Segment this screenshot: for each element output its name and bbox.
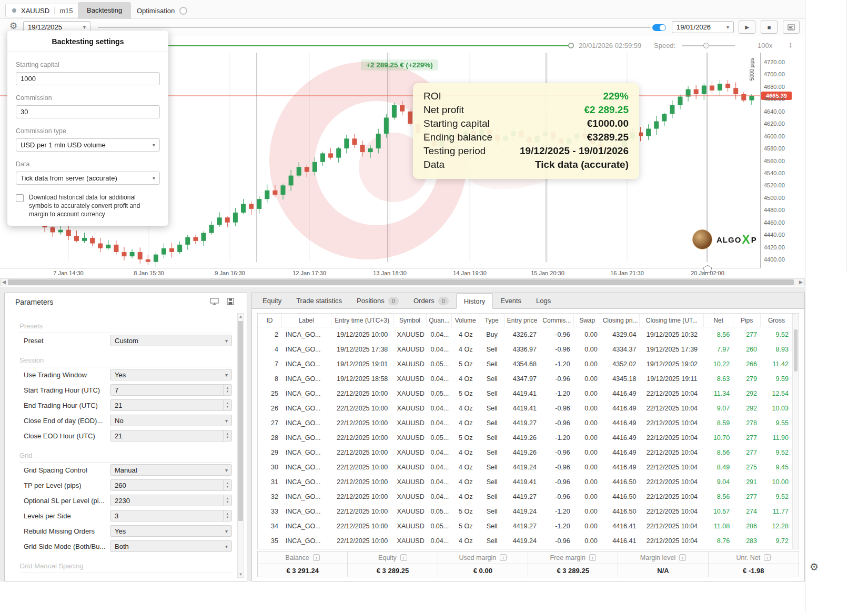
column-header[interactable]: Swap [574, 314, 601, 327]
save-icon[interactable] [227, 298, 234, 305]
history-row[interactable]: 29INCA_GO...22/12/2025 10:00XAUUSD0.04..… [258, 445, 792, 460]
symbol-timeframe-selector[interactable]: XAUUSD m15 [5, 4, 79, 17]
parameter-row: Use Trading WindowYes▾ [19, 367, 232, 383]
info-icon[interactable]: i [679, 554, 686, 561]
column-header[interactable]: Pips [733, 314, 761, 327]
scrollbar-thumb[interactable] [794, 329, 798, 372]
tab-events[interactable]: Events [493, 293, 529, 308]
table-cell: XAUUSD [393, 434, 427, 442]
column-header[interactable]: Entry time (UTC+3) [331, 314, 393, 327]
tab-trade-statistics[interactable]: Trade statistics [289, 293, 349, 308]
stepper-arrows-icon[interactable]: ▲▼ [223, 430, 231, 441]
parameter-value: 21 [110, 402, 223, 409]
stepper-arrows-icon[interactable]: ▲▼ [223, 510, 231, 521]
info-icon[interactable]: i [313, 554, 320, 561]
history-row[interactable]: 26INCA_GO...22/12/2025 10:00XAUUSD0.04..… [258, 401, 792, 416]
tab-equity[interactable]: Equity [255, 293, 289, 308]
tab-backtesting[interactable]: Backtesting [78, 2, 131, 19]
commission-type-select[interactable]: USD per 1 mln USD volume ▾ [16, 138, 160, 152]
end-date-select[interactable]: 19/01/2026 ▾ [672, 21, 734, 33]
gear-icon[interactable]: ⚙ [810, 561, 819, 573]
scrollbar-thumb[interactable] [238, 321, 243, 521]
column-header[interactable]: Entry price [504, 314, 540, 327]
column-header[interactable]: Label [282, 314, 331, 327]
info-icon[interactable]: i [500, 554, 507, 561]
column-header[interactable]: Gross [761, 314, 792, 327]
history-row[interactable]: 27INCA_GO...22/12/2025 10:00XAUUSD0.04..… [258, 416, 792, 430]
starting-capital-input[interactable]: 1000 [16, 72, 160, 85]
chart-horizontal-scrollbar[interactable]: ◀ ▶ [0, 278, 805, 286]
info-icon[interactable]: i [400, 554, 407, 561]
history-row[interactable]: 35INCA_GO...22/12/2025 10:00XAUUSD0.04..… [258, 534, 792, 548]
column-header[interactable]: Closing time (UT... [640, 314, 704, 327]
table-cell: INCA_GO... [282, 464, 331, 471]
stepper-arrows-icon[interactable]: ▲▼ [223, 495, 231, 506]
parameter-select[interactable]: Yes▾ [110, 369, 232, 380]
tab-optimisation[interactable]: Optimisation [129, 2, 195, 19]
gear-icon[interactable]: ⚙ [9, 21, 17, 32]
speed-slider-handle[interactable] [703, 43, 709, 48]
history-row[interactable]: 34INCA_GO...22/12/2025 10:00XAUUSD0.05..… [258, 519, 792, 534]
history-row[interactable]: 32INCA_GO...22/12/2025 10:00XAUUSD0.04..… [258, 489, 792, 504]
scrollbar-thumb[interactable] [8, 279, 794, 285]
history-table-scrollbar[interactable] [792, 314, 799, 549]
status-label: Equityi [348, 551, 438, 564]
stepper-arrows-icon[interactable]: ▲▼ [223, 385, 231, 395]
report-button[interactable] [783, 21, 800, 34]
info-icon[interactable]: i [589, 554, 596, 561]
parameter-select[interactable]: Yes▾ [110, 525, 232, 537]
history-row[interactable]: 30INCA_GO...22/12/2025 10:00XAUUSD0.04..… [258, 460, 792, 475]
history-row[interactable]: 7INCA_GO...19/12/2025 19:01XAUUSD0.05...… [258, 357, 792, 372]
parameter-select[interactable]: Both▾ [110, 540, 232, 552]
tab-history[interactable]: History [456, 293, 493, 309]
download-data-checkbox[interactable] [16, 194, 24, 202]
stepper-arrows-icon[interactable]: ▲▼ [223, 400, 231, 410]
history-row[interactable]: 2INCA_GO...19/12/2025 10:00XAUUSD0.04...… [258, 327, 792, 342]
stop-button[interactable]: ■ [761, 21, 778, 34]
column-header[interactable]: Net [704, 314, 733, 327]
parameter-select[interactable]: Manual▾ [110, 464, 232, 476]
parameter-select[interactable]: Custom▾ [110, 335, 232, 346]
column-header[interactable]: Quan... [427, 314, 452, 327]
parameter-stepper[interactable]: 3▲▼ [110, 510, 232, 521]
tab-logs[interactable]: Logs [529, 293, 558, 308]
parameter-select[interactable]: No▾ [110, 415, 232, 426]
commission-input[interactable]: 30 [16, 105, 160, 118]
column-header[interactable]: Volume [452, 314, 479, 327]
parameter-stepper[interactable]: 260▲▼ [110, 479, 232, 491]
table-cell: INCA_GO... [282, 434, 331, 442]
parameters-scrollbar[interactable]: ▲ ▼ [237, 313, 244, 578]
tab-positions[interactable]: Positions0 [349, 293, 406, 308]
data-source-select[interactable]: Tick data from server (accurate) ▾ [16, 172, 160, 185]
history-row[interactable]: 33INCA_GO...22/12/2025 10:00XAUUSD0.05..… [258, 504, 792, 519]
info-icon[interactable]: i [764, 554, 771, 561]
timeline-toggle[interactable] [652, 24, 666, 31]
scroll-right-icon[interactable]: ▶ [799, 279, 803, 285]
scroll-down-icon[interactable]: ▼ [238, 572, 244, 577]
history-row[interactable]: 31INCA_GO...22/12/2025 10:00XAUUSD0.04..… [258, 475, 792, 489]
parameter-stepper[interactable]: 2230▲▼ [110, 495, 232, 506]
monitor-icon[interactable] [210, 298, 219, 305]
stepper-arrows-icon[interactable]: ▲▼ [223, 480, 231, 490]
playback-progress-handle[interactable] [568, 43, 574, 48]
history-row[interactable]: 8INCA_GO...19/12/2025 18:58XAUUSD0.04...… [258, 372, 792, 386]
history-row[interactable]: 4INCA_GO...19/12/2025 17:38XAUUSD0.04...… [258, 342, 792, 357]
column-header[interactable]: Type [479, 314, 504, 327]
fit-scale-icon[interactable]: ↕ [789, 40, 793, 49]
table-cell: XAUUSD [393, 449, 427, 456]
parameter-stepper[interactable]: 21▲▼ [110, 430, 232, 442]
history-row[interactable]: 28INCA_GO...22/12/2025 10:00XAUUSD0.05..… [258, 430, 792, 445]
column-header[interactable]: Symbol [393, 314, 427, 327]
tab-orders[interactable]: Orders0 [406, 293, 456, 308]
table-cell: 4419.24 [504, 508, 540, 515]
time-axis-label: 15 Jan 20:30 [531, 270, 564, 276]
play-button[interactable]: ▶ [739, 21, 755, 34]
column-header[interactable]: Commis... [540, 314, 574, 327]
parameter-stepper[interactable]: 21▲▼ [110, 399, 232, 411]
scroll-up-icon[interactable]: ▲ [238, 314, 244, 319]
history-row[interactable]: 25INCA_GO...22/12/2025 10:00XAUUSD0.05..… [258, 386, 792, 401]
parameter-stepper[interactable]: 7▲▼ [110, 384, 232, 396]
scroll-left-icon[interactable]: ◀ [2, 279, 6, 285]
column-header[interactable]: Closing pri... [601, 314, 640, 327]
column-header[interactable]: ID [258, 314, 282, 327]
